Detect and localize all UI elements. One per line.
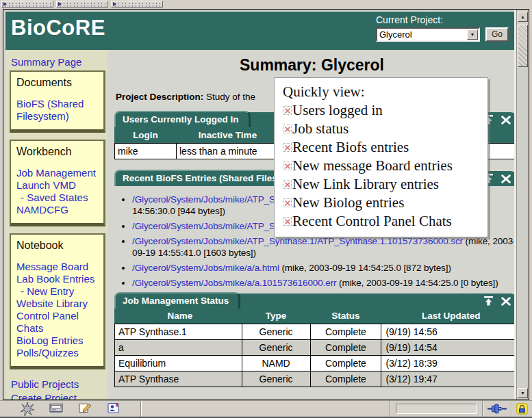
sidebar-item-message-board[interactable]: Message Board: [16, 261, 101, 273]
notebook-heading: Notebook: [16, 239, 101, 252]
close-panel-icon[interactable]: [501, 174, 511, 186]
job-type-cell: Generic: [242, 371, 310, 387]
popup-title: Quickly view:: [283, 83, 482, 101]
biofs-file-link[interactable]: /Glycerol/System/Jobs/mike/a/a.html: [132, 263, 279, 273]
popup-item-new-biolog: New Biolog entries: [283, 194, 482, 212]
popup-item-recent-control-panel-chats: Recent Control Panel Chats: [283, 212, 482, 231]
checkbox-checked-icon[interactable]: [283, 198, 292, 207]
statusbar-divider: [140, 401, 142, 417]
checkbox-checked-icon[interactable]: [283, 106, 292, 115]
checkbox-checked-icon[interactable]: [283, 125, 292, 133]
job-type-cell: Generic: [242, 324, 310, 340]
jobs-panel-bar: Job Management Status: [114, 293, 516, 309]
page-title: Summary: Glycerol: [107, 56, 516, 75]
sidebar-item-launch-vmd[interactable]: Launch VMD: [16, 179, 101, 192]
sidebar-item-create-project[interactable]: Create Project: [11, 391, 107, 400]
popup-item-new-link-library: New Link Library entries: [283, 175, 482, 194]
sidebar-item-public-projects[interactable]: Public Projects: [11, 378, 107, 391]
sidebar-item-biolog-entries[interactable]: BioLog Entries: [16, 335, 101, 347]
table-row: ATP Synthase.1 Generic Complete (9/19) 1…: [115, 324, 517, 340]
current-project-area: Current Project: Glycerol ▼ Go: [376, 14, 510, 42]
job-name-cell: ATP Synthase: [115, 371, 242, 387]
dropdown-arrow-icon[interactable]: ▼: [467, 29, 478, 40]
toolbar-grippy[interactable]: [1, 1, 53, 8]
checkbox-checked-icon[interactable]: [283, 180, 292, 189]
jobs-col-name: Name: [115, 309, 242, 324]
checkbox-checked-icon[interactable]: [283, 143, 292, 152]
scroll-up-arrow-icon[interactable]: ▲: [518, 12, 528, 22]
user-login-cell: mike: [115, 143, 177, 159]
popup-item-label: New Link Library entries: [292, 175, 439, 194]
toolbar-grippy[interactable]: [56, 1, 108, 8]
checkbox-checked-icon[interactable]: [283, 161, 292, 170]
checkbox-checked-icon[interactable]: [283, 217, 292, 226]
documents-heading: Documents: [16, 77, 101, 89]
expand-arrow-icon: [3, 2, 7, 6]
scroll-down-arrow-icon[interactable]: ▼: [518, 388, 528, 398]
job-status-cell: Complete: [310, 356, 381, 371]
popup-item-job-status: Job status: [283, 120, 482, 138]
popup-item-label: Job status: [292, 120, 349, 138]
sidebar-item-control-panel-chats[interactable]: Control Panel Chats: [16, 310, 101, 335]
popup-item-label: New message Board entries: [292, 157, 453, 175]
jobs-panel: Job Management Status Name Type Status L…: [114, 293, 516, 388]
jobs-col-updated: Last Updated: [381, 309, 516, 324]
job-name-cell: a: [115, 340, 242, 356]
quickly-view-popup: Quickly view: Users logged in Job status…: [274, 77, 488, 237]
navigator-icon[interactable]: [21, 402, 34, 416]
jobs-panel-title: Job Management Status: [114, 292, 240, 309]
sidebar-item-summary-page[interactable]: Summary Page: [11, 56, 81, 68]
table-row: a Generic Complete (9/19) 14:54: [115, 340, 517, 356]
current-project-label: Current Project:: [376, 14, 510, 25]
project-select-value: Glycerol: [377, 29, 467, 40]
popup-item-label: Users logged in: [292, 101, 383, 120]
sidebar-item-namdcfg[interactable]: NAMDCFG: [16, 204, 101, 216]
sidebar-box-documents: Documents BioFS (Shared Filesystem): [10, 70, 105, 133]
sidebar-item-lab-book-entries[interactable]: Lab Book Entries: [16, 273, 101, 285]
close-panel-icon[interactable]: [501, 296, 511, 309]
job-name-cell: ATP Synthase.1: [115, 324, 242, 340]
statusbar-divider: [389, 401, 390, 417]
sidebar-item-website-library[interactable]: Website Library: [16, 298, 101, 310]
toolbar-grippy[interactable]: [111, 1, 163, 8]
sidebar-item-job-management[interactable]: Job Management: [16, 167, 101, 179]
table-row: ATP Synthase Generic Complete (3/12) 19:…: [115, 371, 517, 387]
jobs-col-type: Type: [242, 309, 310, 324]
online-plug-icon[interactable]: [483, 404, 511, 414]
sidebar-item-saved-states[interactable]: - Saved States: [16, 192, 101, 204]
browser-status-bar: [0, 400, 532, 418]
project-select[interactable]: Glycerol ▼: [376, 27, 480, 42]
popup-item-label: Recent Control Panel Chats: [292, 212, 452, 231]
table-row: Equilibrium NAMD Complete (3/12) 18:39: [115, 356, 517, 371]
mail-icon[interactable]: [49, 402, 63, 416]
popup-item-users-logged-in: Users logged in: [283, 101, 482, 120]
app-header: BioCoRE Current Project: Glycerol ▼ Go: [5, 12, 516, 50]
scrollbar-thumb[interactable]: [518, 25, 528, 67]
users-col-login: Login: [115, 127, 177, 143]
biofs-file-link[interactable]: /Glycerol/System/Jobs/mike/a/a.101573616…: [132, 278, 336, 288]
close-panel-icon[interactable]: [501, 115, 511, 127]
security-lock-icon[interactable]: [512, 403, 532, 415]
jobs-col-status: Status: [310, 309, 381, 324]
addressbook-icon[interactable]: [107, 402, 121, 416]
list-item: /Glycerol/System/Jobs/mike/ATP_Synthase.…: [132, 235, 516, 259]
app-title: BioCoRE: [11, 16, 105, 40]
users-panel-title: Users Currently Logged In: [114, 111, 251, 127]
project-description-text: Study of the: [203, 92, 255, 102]
go-button[interactable]: Go: [485, 27, 509, 42]
vertical-scrollbar[interactable]: ▲ ▼: [516, 10, 529, 400]
popup-item-recent-biofs: Recent Biofs entries: [283, 138, 482, 157]
sidebar-item-polls-quizzes[interactable]: Polls/Quizzes: [16, 347, 101, 359]
list-item: /Glycerol/System/Jobs/mike/a/a.html (mik…: [132, 262, 516, 274]
expand-arrow-icon: [58, 2, 62, 6]
job-type-cell: NAMD: [242, 356, 310, 371]
list-item: /Glycerol/System/Jobs/mike/a/a.101573616…: [132, 277, 516, 289]
composer-icon[interactable]: [78, 402, 92, 416]
sidebar-box-notebook: Notebook Message Board Lab Book Entries …: [10, 233, 105, 369]
sidebar-item-biofs[interactable]: BioFS (Shared Filesystem): [16, 98, 101, 122]
workbench-heading: Workbench: [16, 146, 101, 158]
collapse-panel-icon[interactable]: [483, 296, 494, 309]
sidebar-item-new-entry[interactable]: - New Entry: [16, 285, 101, 298]
user-inactive-cell: less than a minute: [177, 143, 279, 159]
expand-arrow-icon: [113, 2, 116, 6]
